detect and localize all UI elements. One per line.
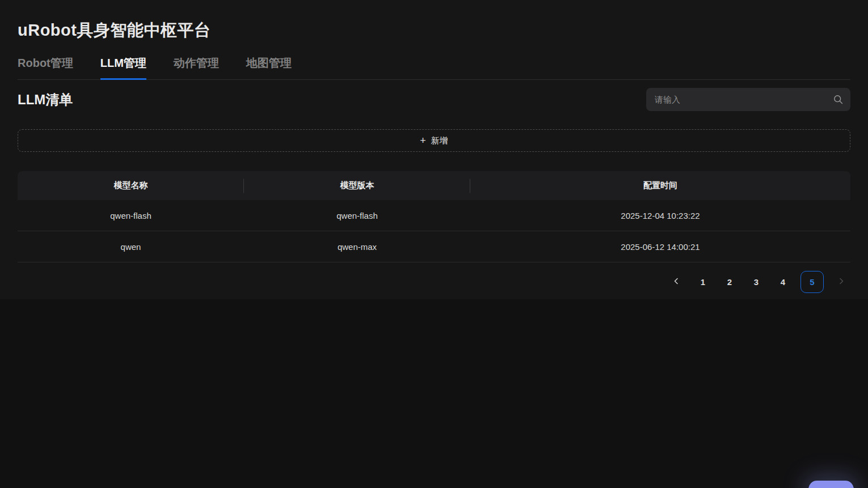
cell-config-time: 2025-12-04 10:23:22 [470, 211, 850, 220]
floating-action-button[interactable] [808, 481, 854, 488]
pagination-prev-button[interactable] [667, 273, 685, 291]
main-panel: uRobot具身智能中枢平台 Robot管理 LLM管理 动作管理 地图管理 L… [0, 0, 868, 299]
pagination-page-3[interactable]: 3 [747, 273, 765, 291]
column-header-model-name: 模型名称 [18, 180, 244, 191]
add-button[interactable]: + 新增 [18, 129, 850, 152]
chevron-left-icon [672, 277, 680, 287]
section-title: LLM清单 [18, 91, 73, 109]
cell-model-version: qwen-max [244, 242, 470, 252]
table-header-row: 模型名称 模型版本 配置时间 [18, 171, 850, 200]
pagination-next-button[interactable] [832, 273, 850, 291]
tab-label: LLM管理 [100, 57, 146, 69]
pagination-page-1[interactable]: 1 [694, 273, 712, 291]
pagination: 1 2 3 4 5 [18, 271, 850, 293]
add-button-label: 新增 [431, 135, 448, 146]
column-header-model-version: 模型版本 [244, 180, 470, 191]
table-row[interactable]: qwen qwen-max 2025-06-12 14:00:21 [18, 231, 850, 262]
search-input[interactable] [654, 94, 833, 105]
tab-label: 动作管理 [174, 57, 219, 69]
tab-map-management[interactable]: 地图管理 [246, 56, 292, 79]
cell-model-name: qwen [18, 242, 244, 252]
table-row[interactable]: qwen-flash qwen-flash 2025-12-04 10:23:2… [18, 200, 850, 231]
tab-robot-management[interactable]: Robot管理 [18, 56, 73, 79]
search-icon [833, 95, 843, 104]
tab-llm-management[interactable]: LLM管理 [100, 56, 146, 79]
tab-action-management[interactable]: 动作管理 [174, 56, 219, 79]
plus-icon: + [420, 135, 426, 146]
cell-config-time: 2025-06-12 14:00:21 [470, 242, 850, 252]
list-toolbar: LLM清单 [18, 88, 850, 111]
chevron-right-icon [837, 277, 845, 287]
cell-model-version: qwen-flash [244, 211, 470, 220]
llm-table: 模型名称 模型版本 配置时间 qwen-flash qwen-flash 202… [18, 171, 850, 262]
cell-model-name: qwen-flash [18, 211, 244, 220]
pagination-page-4[interactable]: 4 [774, 273, 792, 291]
tab-bar: Robot管理 LLM管理 动作管理 地图管理 [18, 56, 850, 80]
column-header-config-time: 配置时间 [470, 180, 850, 191]
tab-label: Robot管理 [18, 57, 73, 69]
pagination-page-5-active[interactable]: 5 [800, 271, 824, 293]
tab-label: 地图管理 [246, 57, 292, 69]
pagination-page-2[interactable]: 2 [720, 273, 739, 291]
app-title: uRobot具身智能中枢平台 [18, 0, 850, 42]
search-box [646, 88, 850, 111]
